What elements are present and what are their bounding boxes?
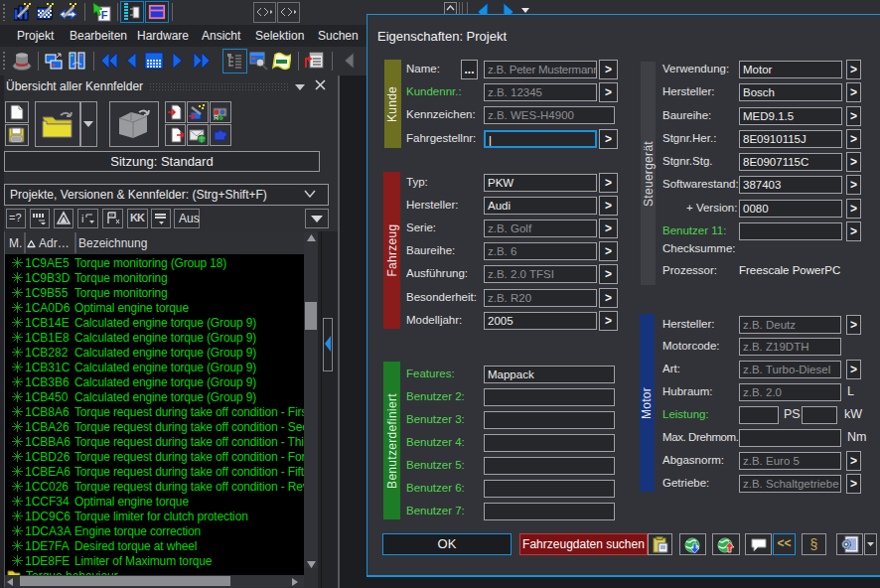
svg-text:R: R (214, 114, 219, 120)
svg-text:i: i (81, 213, 83, 224)
svg-text:F: F (101, 9, 108, 21)
